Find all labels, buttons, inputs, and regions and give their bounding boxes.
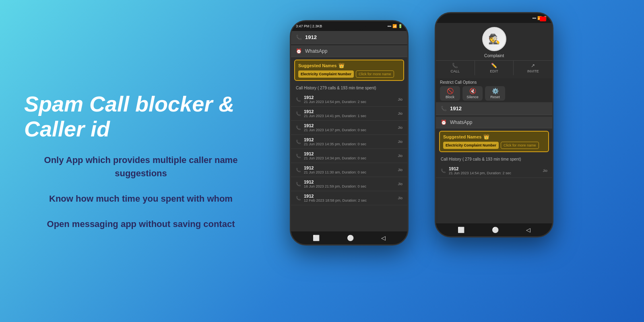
silence-icon: 🔇	[469, 88, 476, 94]
call-left: 📞 1912 21 Jun 2023 14:35 pm, Duration: 0…	[296, 137, 366, 146]
call-info: 1912 21 Jun 2023 14:41 pm, Duration: 1 s…	[304, 109, 366, 118]
call-icon: 📞	[296, 140, 301, 144]
phone-call-icon: 📞	[296, 35, 302, 40]
whatsapp-icon-1: ⏰	[296, 48, 302, 54]
home-btn-2[interactable]: ⚪	[492, 227, 499, 233]
call-left: 📞 1912 21 Jun 2023 14:54 pm, Duration: 2…	[296, 95, 366, 104]
reset-label: Reset	[490, 95, 500, 99]
call-provider-p2: Jio	[543, 169, 547, 173]
call-icon: 📞	[296, 168, 301, 172]
whatsapp-label-2: WhatsApp	[450, 120, 472, 125]
electricity-btn-2[interactable]: Electricity Complaint Number	[443, 142, 499, 149]
back-btn-2[interactable]: ◁	[526, 227, 530, 233]
phone-1-screen: 3:47 PM | 2.3KB ▪▪▪ 📶 🔋 📞 1912 ⏰ WhatsAp…	[291, 21, 407, 244]
block-btn[interactable]: 🚫 Block	[440, 86, 460, 101]
action-bar: 📞 CALL ✏️ EDIT ↗ INVITE	[436, 60, 552, 75]
call-left: 📞 1912 21 Jun 2023 14:41 pm, Duration: 1…	[296, 109, 366, 118]
complaint-label: Complaint	[484, 53, 504, 58]
whatsapp-section-2: ⏰ WhatsApp	[436, 117, 552, 128]
square-btn[interactable]: ⬜	[313, 235, 320, 241]
call-provider: Jio	[398, 182, 402, 186]
phone-number-2: 1912	[450, 105, 462, 111]
call-left: 📞 1912 21 Jun 2023 14:37 pm, Duration: 0…	[296, 123, 366, 132]
call-info: 1912 21 Jun 2023 11:30 am, Duration: 0 s…	[304, 165, 366, 174]
call-provider: Jio	[398, 126, 402, 130]
phone-1: 3:47 PM | 2.3KB ▪▪▪ 📶 🔋 📞 1912 ⏰ WhatsAp…	[290, 20, 409, 246]
block-label: Block	[446, 95, 454, 99]
call-icon: 📞	[296, 154, 301, 158]
right-panel: 3:47 PM | 2.3KB ▪▪▪ 📶 🔋 📞 1912 ⏰ WhatsAp…	[282, 0, 644, 322]
call-action-icon: 📞	[452, 63, 458, 68]
call-icon: 📞	[296, 97, 301, 102]
call-item-p2: 📞 1912 21 Jun 2023 14:54 pm, Duration: 2…	[436, 164, 552, 178]
restrict-options: 🚫 Block 🔇 Silence ⚙️ Reset	[440, 86, 548, 101]
call-action-label: CALL	[451, 69, 460, 73]
suggested-buttons-1: Electricity Complaint Number Click for m…	[298, 70, 400, 78]
suggested-header-2: Suggested Names 👑	[443, 134, 545, 140]
call-info: 1912 21 Jun 2023 14:37 pm, Duration: 0 s…	[304, 123, 366, 132]
call-date: 21 Jun 2023 11:30 am, Duration: 0 sec	[304, 170, 366, 174]
call-provider: Jio	[398, 140, 402, 144]
invite-action[interactable]: ↗ INVITE	[514, 61, 552, 75]
call-info: 1912 12 Feb 2023 18:58 pm, Duration: 2 s…	[304, 194, 367, 202]
square-btn-2[interactable]: ⬜	[458, 227, 464, 233]
call-item: 📞 1912 21 Jun 2023 14:34 pm, Duration: 0…	[291, 149, 407, 163]
crown-icon-1: 👑	[339, 63, 345, 68]
call-date: 12 Feb 2023 18:58 pm, Duration: 2 sec	[304, 198, 367, 202]
call-item: 📞 1912 21 Jun 2023 14:41 pm, Duration: 1…	[291, 107, 407, 121]
call-number: 1912	[304, 109, 366, 114]
suggested-box-1: Suggested Names 👑 Electricity Complaint …	[294, 60, 404, 81]
call-item: 📞 1912 12 Feb 2023 18:58 pm, Duration: 2…	[291, 191, 407, 205]
call-info: 1912 21 Jun 2023 14:54 pm, Duration: 2 s…	[304, 95, 366, 104]
electricity-btn-1[interactable]: Electricity Complaint Number	[298, 70, 354, 78]
call-icon: 📞	[296, 182, 301, 186]
status-bar-2: ▪▪▪ 📶 🔋	[436, 13, 552, 23]
phone-2: ▪▪▪ 📶 🔋 🕵️ Complaint 📞 CALL	[435, 12, 553, 237]
battery-icon: 🔋	[398, 24, 402, 28]
call-date: 21 Jun 2023 14:35 pm, Duration: 0 sec	[304, 142, 366, 146]
more-names-btn-1[interactable]: Click for more name	[356, 70, 394, 78]
signal-icon: ▪▪▪	[387, 24, 391, 28]
whatsapp-section-1: ⏰ WhatsApp	[291, 45, 407, 57]
call-provider: Jio	[398, 168, 402, 172]
call-number: 1912	[304, 180, 366, 184]
call-action[interactable]: 📞 CALL	[436, 61, 475, 75]
bottom-nav-1: ⬜ ⚪ ◁	[291, 231, 407, 244]
bottom-nav-2: ⬜ ⚪ ◁	[436, 223, 552, 236]
suggested-header-1: Suggested Names 👑	[298, 63, 400, 68]
status-time: 3:47 PM | 2.3KB	[296, 24, 322, 28]
call-left: 📞 1912 21 Jun 2023 14:34 pm, Duration: 0…	[296, 151, 366, 160]
call-number: 1912	[304, 165, 366, 170]
call-history-header-2: Call History ( 279 calls & 193 min time …	[436, 155, 552, 164]
feature3-text: Open messaging app without saving contac…	[24, 217, 258, 231]
call-number: 1912	[304, 95, 366, 100]
call-left: 📞 1912 21 Jun 2023 11:30 am, Duration: 0…	[296, 165, 366, 174]
suggested-title-1: Suggested Names	[298, 63, 336, 68]
call-num-p2: 1912	[449, 166, 511, 171]
invite-action-label: INVITE	[527, 69, 539, 73]
whatsapp-icon-2: ⏰	[441, 120, 447, 125]
silence-btn[interactable]: 🔇 Silence	[462, 86, 483, 101]
feature2-text: Know how much time you spent with whom	[24, 192, 258, 205]
call-date: 21 Jun 2023 14:34 pm, Duration: 0 sec	[304, 156, 366, 160]
more-names-btn-2[interactable]: Click for more name	[501, 142, 539, 149]
call-left: 📞 1912 12 Feb 2023 18:58 pm, Duration: 2…	[296, 194, 367, 202]
reset-btn[interactable]: ⚙️ Reset	[485, 86, 505, 101]
wifi-icon: 📶	[392, 24, 397, 28]
notch-1	[333, 21, 365, 30]
call-number: 1912	[304, 151, 366, 156]
reset-icon: ⚙️	[492, 88, 499, 94]
phone-1-content: 📞 1912 ⏰ WhatsApp Suggested Names 👑 Elec…	[291, 31, 407, 231]
call-info: 1912 16 Jun 2023 21:59 pm, Duration: 0 s…	[304, 180, 366, 188]
signal-icon-2: ▪▪▪	[532, 16, 536, 20]
call-info: 1912 21 Jun 2023 14:34 pm, Duration: 0 s…	[304, 151, 366, 160]
back-btn[interactable]: ◁	[381, 235, 386, 241]
call-number: 1912	[304, 137, 366, 142]
call-item: 📞 1912 21 Jun 2023 14:54 pm, Duration: 2…	[291, 93, 407, 107]
home-btn[interactable]: ⚪	[347, 235, 354, 241]
suggested-title-2: Suggested Names	[443, 134, 481, 139]
call-number: 1912	[304, 123, 366, 128]
edit-action[interactable]: ✏️ EDIT	[475, 61, 514, 75]
call-provider: Jio	[398, 97, 402, 101]
crown-icon-2: 👑	[483, 134, 489, 140]
